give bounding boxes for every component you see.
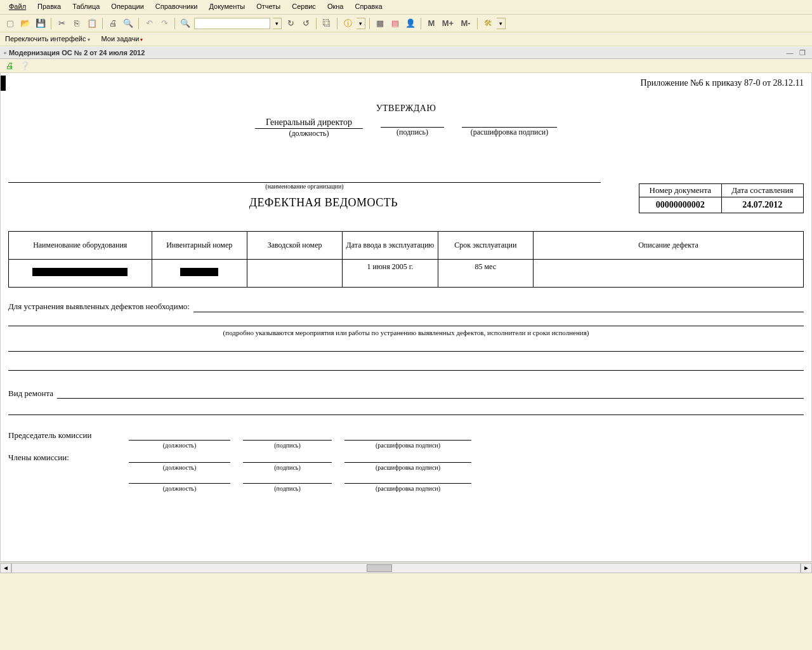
position-caption: (должность) [289,129,329,138]
cell-term: 85 мес [438,260,533,288]
menu-help[interactable]: Справка [352,1,384,11]
member2-pos-slot [129,475,230,484]
undo-icon[interactable]: ↶ [143,17,155,30]
menu-table[interactable]: Таблица [70,1,102,11]
save-icon[interactable]: 💾 [34,17,47,30]
mem-m[interactable]: M [425,17,438,30]
help-icon[interactable]: ❔ [19,61,30,71]
cell-name [9,260,152,288]
th-name: Наименование оборудования [9,232,152,260]
preview-icon[interactable]: 🔍 [122,17,134,30]
menu-windows[interactable]: Окна [325,1,346,11]
menu-reports[interactable]: Отчеты [254,1,283,11]
search-dropdown[interactable]: ▾ [273,18,282,29]
calendar-icon[interactable]: ▦ [374,17,386,30]
restore-button[interactable]: ❐ [797,49,808,57]
menu-service[interactable]: Сервис [289,1,318,11]
repair-fill [57,390,804,399]
mem-mminus[interactable]: M- [458,17,473,30]
minimize-button[interactable]: — [784,49,796,56]
sub-toolbar: Переключить интерфейс▾ Мои задачи▾ [0,32,812,46]
member2-pos-caption: (должность) [129,485,230,492]
chairman-pos-slot [129,432,230,441]
document-title-bar: ▫ Модернизация ОС № 2 от 24 июля 2012 — … [0,46,812,59]
table-row: 1 июня 2005 г. 85 мес [9,260,804,288]
cell-commiss: 1 июня 2005 г. [343,260,438,288]
chairman-name-caption: (расшифровка подписи) [344,442,471,449]
cut-icon[interactable]: ✂ [55,17,68,30]
signature-caption: (подпись) [396,128,428,137]
chairman-sig-slot [243,432,332,441]
print-doc-icon[interactable]: 🖨 [4,61,15,71]
director-role: Генеральный директор [255,117,363,129]
scroll-left-icon[interactable]: ◄ [0,563,11,573]
switch-interface-button[interactable]: Переключить интерфейс▾ [5,35,90,43]
member1-name-caption: (расшифровка подписи) [344,464,471,471]
elim-fill-3 [8,342,804,352]
elim-fill-1 [193,303,804,312]
tools-dropdown[interactable]: ▾ [497,18,506,29]
member2-sig-caption: (подпись) [243,485,332,492]
appendix-note: Приложение №6 к приказу 87-0 от 28.12.11 [8,78,804,88]
member1-pos-slot [129,454,230,463]
name-caption: (расшифровка подписи) [471,128,549,137]
menu-edit[interactable]: Правка [35,1,63,11]
refresh-all-icon[interactable]: ↺ [299,17,312,30]
tools-icon[interactable]: 🛠 [481,17,494,30]
horizontal-scrollbar[interactable]: ◄ ► [0,562,812,573]
redacted-inv [180,268,218,276]
th-commiss: Дата ввода в эксплуатацию [343,232,438,260]
menu-refs[interactable]: Справочники [153,1,200,11]
menu-docs[interactable]: Документы [206,1,247,11]
print-icon[interactable]: 🖨 [107,17,119,30]
th-factory: Заводской номер [247,232,342,260]
find-icon[interactable]: 🔍 [179,17,192,30]
copy-docs-icon[interactable]: ⿻ [320,17,333,30]
elim-hint: (подробно указываются мероприятия или ра… [8,329,804,336]
repair-fill-2 [8,405,804,415]
name-slot [462,117,557,128]
mem-mplus[interactable]: M+ [440,17,455,30]
scroll-right-icon[interactable]: ► [801,563,812,573]
meta-date-label: Дата составления [721,184,803,197]
elim-label: Для устранения выявленных дефектов необх… [8,302,190,312]
redo-icon[interactable]: ↷ [158,17,171,30]
org-line [8,174,601,183]
scroll-track[interactable] [11,563,801,573]
member1-sig-caption: (подпись) [243,464,332,471]
new-icon[interactable]: ▢ [4,17,16,30]
info-dropdown[interactable]: ▾ [357,18,365,29]
calc-icon[interactable]: ▤ [389,17,402,30]
paste-icon[interactable]: 📋 [86,17,98,30]
document-canvas: Приложение №6 к приказу 87-0 от 28.12.11… [0,73,812,562]
search-input[interactable] [194,18,270,29]
member2-sig-slot [243,475,332,484]
cell-defect [533,260,803,288]
meta-num-value: 00000000002 [639,197,722,213]
redacted-name [32,268,128,276]
doc-main-title: ДЕФЕКТНАЯ ВЕДОМОСТЬ [8,196,639,213]
elim-fill-2 [8,316,804,326]
refresh-icon[interactable]: ↻ [284,17,297,30]
open-icon[interactable]: 📂 [19,17,32,30]
doc-toolbar: 🖨 ❔ [0,59,812,73]
my-tasks-button[interactable]: Мои задачи▾ [102,35,143,43]
chairman-name-slot [344,432,471,441]
scroll-thumb[interactable] [367,564,392,572]
member1-pos-caption: (должность) [129,464,230,471]
repair-label: Вид ремонта [8,388,53,399]
info-icon[interactable]: ⓘ [341,17,354,30]
menu-operations[interactable]: Операции [108,1,146,11]
member2-name-slot [344,475,471,484]
members-label: Члены комиссии: [8,453,116,463]
elim-fill-4 [8,361,804,371]
copy-icon[interactable]: ⎘ [70,17,83,30]
doc-title: Модернизация ОС № 2 от 24 июля 2012 [9,49,145,56]
chairman-label: Председатель комиссии [8,430,116,441]
main-toolbar: ▢ 📂 💾 ✂ ⎘ 📋 🖨 🔍 ↶ ↷ 🔍 ▾ ↻ ↺ ⿻ ⓘ ▾ ▦ ▤ 👤 … [0,15,812,32]
menu-file[interactable]: Файл [6,1,29,11]
meta-date-value: 24.07.2012 [721,197,803,213]
th-term: Срок эксплуатации [438,232,533,260]
member1-sig-slot [243,454,332,463]
user-icon[interactable]: 👤 [404,17,417,30]
